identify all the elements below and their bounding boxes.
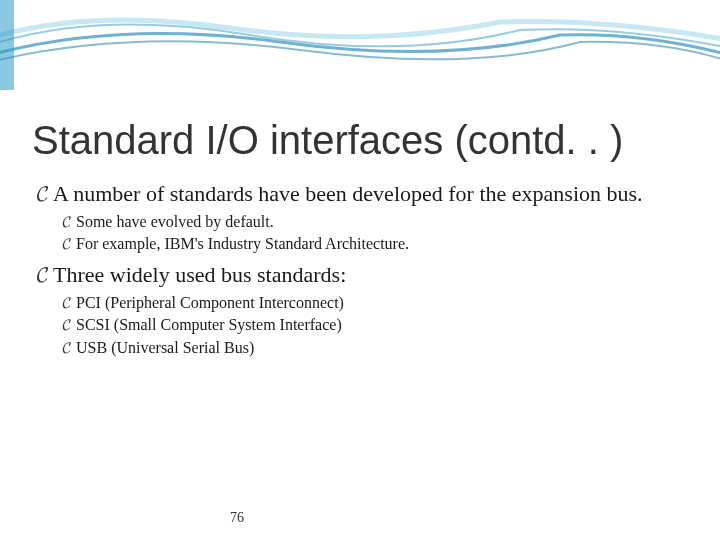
bullet-icon: 𝓒: [36, 180, 47, 208]
bullet-icon: 𝓒: [62, 315, 70, 336]
bullet-text: Some have evolved by default.: [76, 212, 274, 233]
slide-title: Standard I/O interfaces (contd. . ): [32, 118, 623, 163]
bullet-icon: 𝓒: [62, 212, 70, 233]
svg-rect-0: [0, 0, 14, 90]
bullet-icon: 𝓒: [62, 338, 70, 359]
bullet-sub-2a: 𝓒 PCI (Peripheral Component Interconnect…: [62, 293, 690, 314]
decorative-wave-header: [0, 0, 720, 90]
bullet-text: USB (Universal Serial Bus): [76, 338, 254, 359]
bullet-text: PCI (Peripheral Component Interconnect): [76, 293, 344, 314]
bullet-text: A number of standards have been develope…: [53, 180, 643, 208]
bullet-icon: 𝓒: [62, 234, 70, 255]
bullet-text: For example, IBM's Industry Standard Arc…: [76, 234, 409, 255]
bullet-text: Three widely used bus standards:: [53, 261, 346, 289]
bullet-sub-2b: 𝓒 SCSI (Small Computer System Interface): [62, 315, 690, 336]
bullet-main-2: 𝓒 Three widely used bus standards:: [36, 261, 690, 289]
bullet-main-1: 𝓒 A number of standards have been develo…: [36, 180, 690, 208]
bullet-sub-1b: 𝓒 For example, IBM's Industry Standard A…: [62, 234, 690, 255]
slide-content: 𝓒 A number of standards have been develo…: [36, 180, 690, 365]
bullet-icon: 𝓒: [62, 293, 70, 314]
bullet-sub-1a: 𝓒 Some have evolved by default.: [62, 212, 690, 233]
page-number: 76: [230, 510, 244, 526]
bullet-text: SCSI (Small Computer System Interface): [76, 315, 342, 336]
bullet-icon: 𝓒: [36, 261, 47, 289]
bullet-sub-2c: 𝓒 USB (Universal Serial Bus): [62, 338, 690, 359]
